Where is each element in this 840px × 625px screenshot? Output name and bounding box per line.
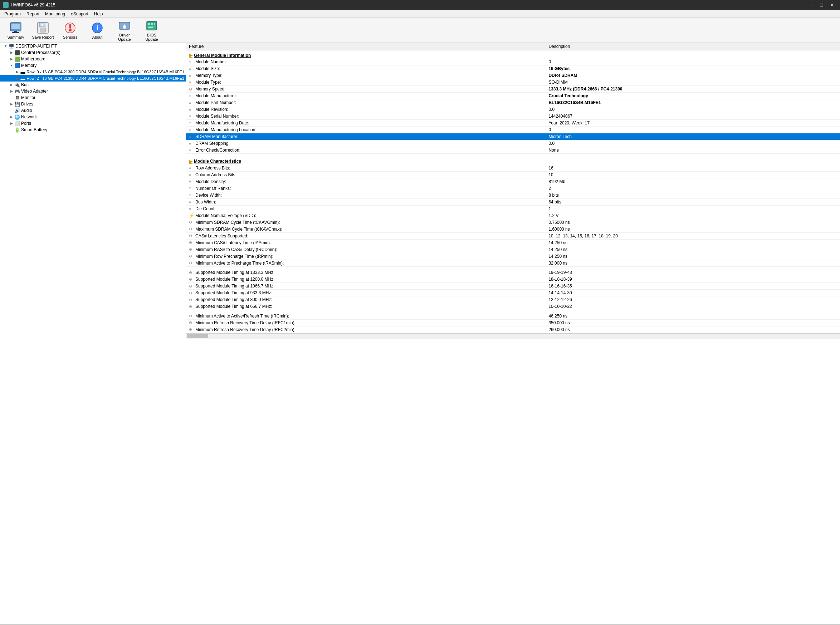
feature-label: Column Address Bits:: [195, 173, 237, 177]
feature-cell: ≡ Bus Width:: [186, 199, 545, 205]
feature-cell: ≡ Module Type:: [186, 79, 545, 86]
bars-icon: ≡: [189, 107, 194, 112]
tree-item-desktop[interactable]: ▼ 🖥️ DESKTOP-AUFEHTT: [0, 43, 185, 49]
tree-item-drives[interactable]: ▶ 💾 Drives: [0, 101, 185, 107]
menu-esupport[interactable]: eSupport: [68, 11, 91, 17]
detail-row[interactable]: ⊖ Minimum Refresh Recovery Time Delay (t…: [186, 319, 840, 326]
svg-rect-10: [42, 23, 43, 26]
minimize-button[interactable]: −: [806, 0, 816, 10]
tree-item-battery[interactable]: 🔋 Smart Battery: [0, 127, 185, 133]
detail-row[interactable]: ⊖ Supported Module Timing at 666.7 MHz: …: [186, 303, 840, 310]
svg-rect-6: [12, 32, 19, 33]
description-cell: 350.000 ns: [545, 319, 840, 326]
tree-arrow-bus[interactable]: ▶: [9, 83, 14, 87]
detail-row[interactable]: ⊖ Supported Module Timing at 1200.0 MHz:…: [186, 276, 840, 283]
detail-row[interactable]: ≡ Module Manufacturing Location: 0: [186, 127, 840, 134]
tree-arrow-video[interactable]: ▶: [9, 89, 14, 93]
detail-row[interactable]: ⊖ Minimum Refresh Recovery Time Delay (t…: [186, 326, 840, 333]
driver-update-button[interactable]: Driver Update: [112, 19, 137, 42]
detail-row[interactable]: ≡ Number Of Ranks: 2: [186, 185, 840, 192]
detail-row[interactable]: ⊖ Memory Speed: 1333.3 MHz (DDR4-2666 / …: [186, 86, 840, 93]
detail-row[interactable]: ≡ SDRAM Manufacturer: Micron Tech.: [186, 134, 840, 140]
detail-row[interactable]: ≡ Module Density: 8192 Mb: [186, 178, 840, 185]
tree-item-mem-row0[interactable]: ▶ ▬ Row: 0 - 16 GB PC4-21300 DDR4 SDRAM …: [0, 68, 185, 75]
feature-label: Minimum RAS# to CAS# Delay (tRCDmin):: [195, 247, 277, 252]
detail-row[interactable]: ⊖ Supported Module Timing at 1066.7 MHz:…: [186, 283, 840, 290]
detail-row[interactable]: ≡ Die Count: 1: [186, 205, 840, 212]
tree-item-memory[interactable]: ▼ 🟦 Memory: [0, 62, 185, 68]
tree-arrow-network[interactable]: ▶: [9, 115, 14, 119]
tree-item-bus[interactable]: ▶ 🔌 Bus: [0, 81, 185, 88]
tree-item-motherboard[interactable]: ▶ 🟩 Motherboard: [0, 56, 185, 62]
description-cell: 1: [545, 205, 840, 212]
tree-item-cpu[interactable]: ▶ ⬛ Central Processor(s): [0, 49, 185, 56]
hscroll-bar[interactable]: [186, 333, 840, 339]
menu-monitoring[interactable]: Monitoring: [42, 11, 68, 17]
save-report-button[interactable]: Save Report: [30, 19, 56, 42]
detail-row[interactable]: ⊖ Minimum Row Precharge Time (tRPmin): 1…: [186, 253, 840, 260]
detail-row[interactable]: ≡ Module Manufacturing Date: Year: 2020,…: [186, 120, 840, 127]
detail-row[interactable]: ⊖ Maximum SDRAM Cycle Time (tCKAVGmax): …: [186, 225, 840, 232]
tree-arrow-ports[interactable]: ▶: [9, 121, 14, 125]
detail-row[interactable]: ≡ Device Width: 8 bits: [186, 192, 840, 199]
detail-row[interactable]: ≡ Module Serial Number: 1442404067: [186, 113, 840, 120]
sensors-button[interactable]: Sensors: [57, 19, 83, 42]
hscroll-thumb[interactable]: [187, 334, 208, 338]
detail-row[interactable]: ≡ DRAM Steppping: 0.0: [186, 140, 840, 147]
detail-row[interactable]: ⊖ Supported Module Timing at 800.0 MHz: …: [186, 296, 840, 303]
bars-icon: ≡: [189, 135, 194, 139]
detail-row[interactable]: ≡ Column Address Bits: 10: [186, 171, 840, 178]
detail-row[interactable]: ≡ Error Check/Correction: None: [186, 147, 840, 154]
detail-row[interactable]: ⊖ Supported Module Timing at 933.3 MHz: …: [186, 290, 840, 296]
feature-label: Bus Width:: [195, 199, 216, 205]
detail-row[interactable]: ≡ Memory Type: DDR4 SDRAM: [186, 72, 840, 79]
tree-arrow-memory[interactable]: ▼: [9, 64, 14, 67]
detail-row[interactable]: ⊖ Minimum SDRAM Cycle Time (tCKAVGmin): …: [186, 219, 840, 225]
about-button[interactable]: i About: [84, 19, 110, 42]
menu-help[interactable]: Help: [91, 11, 106, 17]
description-cell: 64 bits: [545, 199, 840, 205]
tree-arrow-motherboard[interactable]: ▶: [9, 57, 14, 61]
detail-row[interactable]: ⊖ Minimum RAS# to CAS# Delay (tRCDmin): …: [186, 246, 840, 253]
detail-row[interactable]: ≡ Module Type: SO-DIMM: [186, 79, 840, 86]
tree-label-ports: Ports: [21, 121, 31, 126]
circle-minus-icon: ⊖: [189, 284, 194, 289]
tree-arrow-desktop[interactable]: ▼: [3, 44, 9, 48]
tree-item-video[interactable]: ▶ 🎮 Video Adapter: [0, 88, 185, 95]
description-cell: None: [545, 147, 840, 154]
tree-item-audio[interactable]: 🔊 Audio: [0, 107, 185, 114]
detail-row[interactable]: ≡ Module Revision: 0.0: [186, 106, 840, 113]
tree-item-mem-row2[interactable]: ▶ ▬ Row: 2 - 16 GB PC4-21300 DDR4 SDRAM …: [0, 75, 185, 81]
detail-row[interactable]: ≡ Module Manufacturer: Crucial Technolog…: [186, 93, 840, 100]
feature-label: Error Check/Correction:: [195, 148, 240, 153]
close-button[interactable]: ✕: [827, 0, 837, 10]
feature-cell: ≡ Module Serial Number:: [186, 113, 545, 120]
tree-arrow-drives[interactable]: ▶: [9, 102, 14, 106]
detail-row[interactable]: ≡ Module Number: 0: [186, 59, 840, 65]
tree-item-monitor[interactable]: 🖥 Monitor: [0, 95, 185, 101]
maximize-button[interactable]: □: [817, 0, 826, 10]
bios-update-button[interactable]: BIOS Update: [139, 19, 165, 42]
tree-arrow-mem-row2[interactable]: ▶: [15, 76, 20, 80]
feature-cell: ⊖ Memory Speed:: [186, 86, 545, 93]
tree-arrow-mem-row0[interactable]: ▶: [15, 70, 20, 74]
detail-row[interactable]: ≡ Row Address Bits: 16: [186, 165, 840, 172]
detail-row[interactable]: ⊖ Minimum Active to Active/Refresh Time …: [186, 313, 840, 320]
detail-row[interactable]: ⊖ CAS# Latencies Supported: 10, 12, 13, …: [186, 232, 840, 239]
detail-row[interactable]: ≡ Module Size: 16 GBytes: [186, 65, 840, 72]
monitor-icon: 🖥: [14, 95, 20, 101]
tree-item-network[interactable]: ▶ 🌐 Network: [0, 114, 185, 120]
detail-row[interactable]: ⚡ Module Nominal Voltage (VDD): 1.2 V: [186, 212, 840, 219]
detail-row[interactable]: ⊖ Minimum Active to Precharge Time (tRAS…: [186, 260, 840, 266]
tree-arrow-cpu[interactable]: ▶: [9, 51, 14, 54]
tree-item-ports[interactable]: ▶ ⬜ Ports: [0, 120, 185, 127]
detail-row[interactable]: ⊖ Supported Module Timing at 1333.3 MHz:…: [186, 269, 840, 276]
feature-cell: ⊖ Minimum RAS# to CAS# Delay (tRCDmin):: [186, 246, 545, 253]
summary-button[interactable]: Summary: [3, 19, 29, 42]
detail-row[interactable]: ≡ Bus Width: 64 bits: [186, 199, 840, 205]
detail-row[interactable]: ≡ Module Part Number: BL16G32C16S4B.M16F…: [186, 100, 840, 106]
menu-report[interactable]: Report: [23, 11, 42, 17]
detail-row[interactable]: ⊖ Minimum CAS# Latency Time (tAAmin): 14…: [186, 239, 840, 246]
menu-program[interactable]: Program: [2, 11, 23, 17]
bars-icon: ≡: [189, 166, 194, 170]
